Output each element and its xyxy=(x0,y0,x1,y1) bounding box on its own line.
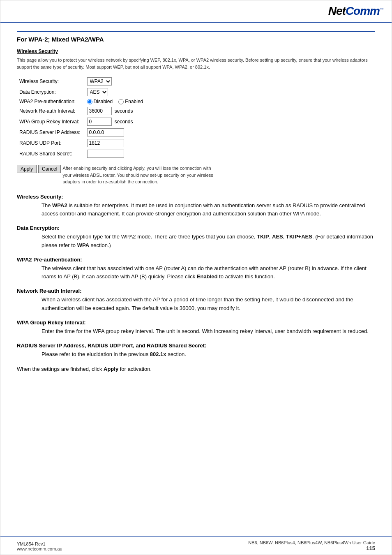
apply-button[interactable]: Apply xyxy=(17,165,37,173)
config-section-title: Wireless Security xyxy=(17,49,375,54)
doc-section-network-reauth: Network Re-auth Interval: When a wireles… xyxy=(17,288,375,313)
table-row: RADIUS Shared Secret: xyxy=(17,148,145,159)
field-label-wpa2-preauth: WPA2 Pre-authentication: xyxy=(17,97,85,106)
table-row: RADIUS Server IP Address: xyxy=(17,127,145,138)
doc-body-radius-info: Please refer to the elucidation in the p… xyxy=(17,350,375,359)
top-divider xyxy=(17,31,375,32)
radius-secret-input[interactable] xyxy=(87,150,124,158)
field-label-reauth-interval: Network Re-auth Interval: xyxy=(17,106,85,116)
preauth-disabled-radio[interactable] xyxy=(87,99,92,104)
footer-page-number: 115 xyxy=(248,545,375,551)
cancel-button[interactable]: Cancel xyxy=(38,165,61,173)
preauth-disabled-label[interactable]: Disabled xyxy=(87,99,113,104)
preauth-enabled-label[interactable]: Enabled xyxy=(118,99,143,104)
field-label-radius-ip: RADIUS Server IP Address: xyxy=(17,127,85,138)
doc-body-data-encryption: Select the encryption type for the WPA2 … xyxy=(17,233,375,250)
table-row: Data Encryption: AES xyxy=(17,87,145,97)
doc-title-data-encryption: Data Encryption: xyxy=(17,225,375,231)
footer-product-line: NB6, NB6W, NB6Plus4, NB6Plus4W, NB6Plus4… xyxy=(248,540,375,545)
reauth-seconds-label: seconds xyxy=(115,108,133,114)
doc-section-wpa-rekey: WPA Group Rekey Interval: Enter the time… xyxy=(17,319,375,336)
closing-text: When the settings are finished, click Ap… xyxy=(17,365,375,374)
action-note: After enabling security and clicking App… xyxy=(62,165,219,185)
header: NetComm™ xyxy=(0,0,392,23)
logo-tm: ™ xyxy=(380,7,383,12)
doc-title-wpa2-preauth: WPA2 Pre-authentication: xyxy=(17,257,375,263)
radius-port-input[interactable] xyxy=(87,139,124,147)
table-row: WPA Group Rekey Interval: seconds xyxy=(17,116,145,127)
preauth-radio-group: Disabled Enabled xyxy=(87,99,143,104)
doc-section-wpa2-preauth: WPA2 Pre-authentication: The wireless cl… xyxy=(17,257,375,282)
rekey-interval-input[interactable] xyxy=(87,118,112,126)
doc-title-network-reauth: Network Re-auth Interval: xyxy=(17,288,375,294)
doc-section-wireless-security: Wireless Security: The WPA2 is suitable … xyxy=(17,194,375,219)
doc-title-wireless-security: Wireless Security: xyxy=(17,194,375,200)
field-label-data-encryption: Data Encryption: xyxy=(17,87,85,97)
config-form: Wireless Security: WPA2 Data Encryption:… xyxy=(17,76,145,159)
preauth-enabled-radio[interactable] xyxy=(118,99,124,104)
field-label-rekey-interval: WPA Group Rekey Interval: xyxy=(17,116,85,127)
main-content: For WPA-2; Mixed WPA2/WPA Wireless Secur… xyxy=(0,23,392,536)
doc-body-network-reauth: When a wireless client has associated wi… xyxy=(17,296,375,313)
rekey-seconds-label: seconds xyxy=(115,119,133,125)
doc-section-data-encryption: Data Encryption: Select the encryption t… xyxy=(17,225,375,250)
table-row: RADIUS UDP Port: xyxy=(17,138,145,148)
wireless-security-select[interactable]: WPA2 xyxy=(87,77,112,86)
action-row: Apply Cancel After enabling security and… xyxy=(17,165,375,185)
doc-body-wpa-rekey: Enter the time for the WPA group rekey i… xyxy=(17,327,375,336)
config-description: This page allow you to protect your wire… xyxy=(17,57,375,70)
data-encryption-select[interactable]: AES xyxy=(87,88,108,96)
footer-revision: YML854 Rev1 xyxy=(17,541,62,546)
doc-section-radius-info: RADIUS Server IP Address, RADIUS UDP Por… xyxy=(17,342,375,359)
footer-left: YML854 Rev1 www.netcomm.com.au xyxy=(17,541,62,551)
footer: YML854 Rev1 www.netcomm.com.au NB6, NB6W… xyxy=(0,536,392,555)
logo: NetComm™ xyxy=(328,5,383,18)
table-row: WPA2 Pre-authentication: Disabled Enable… xyxy=(17,97,145,106)
reauth-interval-input[interactable] xyxy=(87,107,112,115)
doc-title-radius-info: RADIUS Server IP Address, RADIUS UDP Por… xyxy=(17,342,375,349)
doc-body-wpa2-preauth: The wireless client that has associated … xyxy=(17,264,375,282)
doc-title-wpa-rekey: WPA Group Rekey Interval: xyxy=(17,319,375,326)
footer-right: NB6, NB6W, NB6Plus4, NB6Plus4W, NB6Plus4… xyxy=(248,540,375,551)
table-row: Wireless Security: WPA2 xyxy=(17,76,145,87)
field-label-radius-port: RADIUS UDP Port: xyxy=(17,138,85,148)
page: NetComm™ For WPA-2; Mixed WPA2/WPA Wirel… xyxy=(0,0,392,555)
field-label-radius-secret: RADIUS Shared Secret: xyxy=(17,148,85,159)
radius-ip-input[interactable] xyxy=(87,128,124,136)
doc-body-wireless-security: The WPA2 is suitable for enterprises. It… xyxy=(17,201,375,219)
table-row: Network Re-auth Interval: seconds xyxy=(17,106,145,116)
footer-website: www.netcomm.com.au xyxy=(17,546,62,551)
page-title: For WPA-2; Mixed WPA2/WPA xyxy=(17,36,375,43)
config-block: Wireless Security This page allow you to… xyxy=(17,49,375,185)
field-label-wireless-security: Wireless Security: xyxy=(17,76,85,87)
